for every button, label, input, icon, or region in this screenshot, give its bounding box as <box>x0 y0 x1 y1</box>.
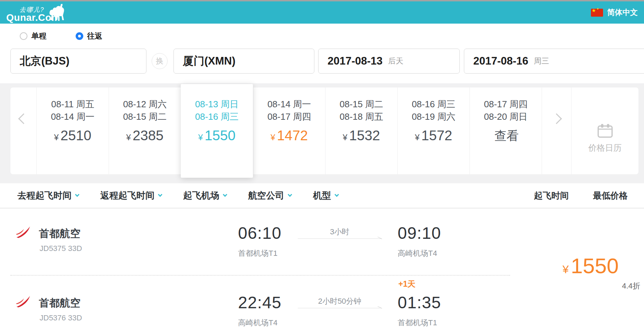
date-card[interactable]: 08-17 周四 08-20 周日 查看 <box>469 87 542 174</box>
card-depart-date: 08-17 周四 <box>470 98 542 110</box>
date-card[interactable]: 08-15 周二 08-18 周五 ¥1532 <box>325 87 397 174</box>
card-price-action[interactable]: 查看 <box>470 128 542 144</box>
arrow-line-icon <box>298 308 382 308</box>
chevron-down-icon <box>223 192 227 197</box>
card-price: ¥1532 <box>325 128 397 143</box>
depart-date-hint: 后天 <box>388 56 404 66</box>
card-return-date: 08-16 周三 <box>181 110 253 123</box>
trip-type-round-trip[interactable]: 往返 <box>76 31 102 41</box>
date-card[interactable]: 08-11 周五 08-14 周一 ¥2510 <box>36 87 109 174</box>
price-calendar-button[interactable]: 价格日历 <box>571 87 638 174</box>
segment-divider <box>10 275 510 276</box>
departure-time: 06:10 <box>238 224 281 243</box>
chevron-left-icon <box>18 113 29 124</box>
departure-info: 22:45 高崎机场T4 <box>238 293 281 327</box>
return-segment: 首都航空 JD5376 33D 22:45 高崎机场T4 2小时50分钟 +1天… <box>0 293 520 327</box>
filter-return-time[interactable]: 返程起飞时间 <box>100 190 162 202</box>
trip-type-label: 单程 <box>31 31 46 41</box>
return-date-value: 2017-08-16 <box>473 55 528 67</box>
card-depart-date: 08-13 周日 <box>181 98 253 110</box>
card-depart-date: 08-11 周五 <box>37 98 109 110</box>
radio-icon[interactable] <box>20 32 27 40</box>
capital-airlines-logo-icon <box>15 294 31 309</box>
arrival-airport: 高崎机场T4 <box>398 248 441 259</box>
sort-options: 起飞时间 最低价格 <box>534 190 628 201</box>
radio-icon[interactable] <box>76 32 83 40</box>
to-city-value: 厦门(XMN) <box>183 54 236 68</box>
card-price: ¥2385 <box>109 128 181 143</box>
date-card[interactable]: 08-12 周六 08-15 周二 ¥2385 <box>109 87 181 174</box>
currency-symbol: ¥ <box>562 263 569 276</box>
filter-bar: 去程起飞时间 返程起飞时间 起飞机场 航空公司 机型 起飞时间 最低价格 <box>0 183 644 208</box>
day-offset-badge: +1天 <box>398 279 415 288</box>
header: 去哪儿? Qunar.Com ★ ★ 简体中文 <box>0 1 644 24</box>
card-price: ¥2510 <box>37 128 109 143</box>
star-icon: ★ <box>592 8 596 13</box>
date-card-selected[interactable]: 08-13 周日 08-16 周三 ¥1550 <box>181 84 253 178</box>
calendar-icon <box>597 124 613 138</box>
filter-depart-airport[interactable]: 起飞机场 <box>183 190 227 202</box>
from-city-value: 北京(BJS) <box>20 54 69 68</box>
capital-airlines-logo-icon <box>15 225 31 240</box>
sort-depart-time[interactable]: 起飞时间 <box>534 190 569 201</box>
date-card[interactable]: 08-16 周三 08-19 周六 ¥1572 <box>397 87 469 174</box>
sort-lowest-price[interactable]: 最低价格 <box>593 190 628 201</box>
price-calendar-label: 价格日历 <box>588 142 622 153</box>
chevron-down-icon <box>334 192 339 197</box>
page: 去哪儿? Qunar.Com ★ ★ 简体中文 单程 往返 北京(BJS) 换 <box>0 0 644 327</box>
card-return-date: 08-20 周日 <box>470 110 542 123</box>
star-icon: ★ <box>596 7 599 10</box>
chevron-down-icon <box>288 192 292 197</box>
card-return-date: 08-17 周四 <box>253 110 325 123</box>
to-city-input[interactable]: 厦门(XMN) <box>173 49 314 74</box>
arrival-info: +1天 01:35 首都机场T1 <box>398 293 441 327</box>
card-return-date: 08-15 周二 <box>109 110 181 123</box>
filter-depart-time[interactable]: 去程起飞时间 <box>17 190 79 202</box>
airline-name: 首都航空 <box>39 296 80 310</box>
carousel-prev-button[interactable] <box>10 87 36 174</box>
filter-aircraft-type[interactable]: 机型 <box>313 190 338 202</box>
return-date-input[interactable]: 2017-08-16 周三 <box>464 49 644 74</box>
qunar-logo[interactable]: 去哪儿? Qunar.Com <box>6 3 72 24</box>
arrival-time: 09:10 <box>398 224 441 243</box>
card-return-date: 08-14 周一 <box>37 110 109 123</box>
discount-label: 4.4折 <box>543 281 640 291</box>
price-block[interactable]: ¥1550 4.4折 <box>543 255 640 291</box>
card-depart-date: 08-12 周六 <box>109 98 181 110</box>
duration-arrow: 3小时 <box>298 227 382 239</box>
from-city-input[interactable]: 北京(BJS) <box>10 49 146 74</box>
arrival-time: 01:35 <box>398 293 441 312</box>
card-return-date: 08-19 周六 <box>398 110 469 123</box>
arrival-info: 09:10 高崎机场T4 <box>398 224 441 259</box>
depart-date-input[interactable]: 2017-08-13 后天 <box>318 49 460 74</box>
china-flag-icon: ★ ★ <box>591 9 603 17</box>
card-depart-date: 08-14 周一 <box>253 98 325 110</box>
trip-type-label: 往返 <box>87 31 102 41</box>
trip-type-one-way[interactable]: 单程 <box>20 31 46 41</box>
duration-arrow: 2小时50分钟 <box>298 297 382 308</box>
flight-result-card[interactable]: 首都航空 JD5375 33D 06:10 首都机场T1 3小时 09:10 高… <box>0 208 644 327</box>
departure-airport: 高崎机场T4 <box>238 318 281 327</box>
filter-airline[interactable]: 航空公司 <box>248 190 291 202</box>
duration-label: 3小时 <box>298 227 382 236</box>
trip-type-row: 单程 往返 <box>0 24 644 49</box>
carousel-next-button[interactable] <box>542 87 571 174</box>
chevron-right-icon <box>551 113 562 124</box>
flight-number: JD5376 33D <box>40 313 82 322</box>
date-price-carousel: 08-11 周五 08-14 周一 ¥2510 08-12 周六 08-15 周… <box>0 83 644 183</box>
chevron-down-icon <box>158 192 162 197</box>
date-card[interactable]: 08-14 周一 08-17 周四 ¥1472 <box>253 87 325 174</box>
camel-icon <box>47 3 67 21</box>
departure-info: 06:10 首都机场T1 <box>238 224 281 259</box>
card-price: ¥1472 <box>253 128 325 143</box>
total-price: ¥1550 <box>543 255 640 277</box>
swap-cities-button[interactable]: 换 <box>152 53 168 69</box>
card-depart-date: 08-15 周二 <box>325 98 397 110</box>
card-depart-date: 08-16 周三 <box>398 98 469 110</box>
card-return-date: 08-18 周五 <box>325 110 397 123</box>
departure-time: 22:45 <box>238 293 281 312</box>
return-date-hint: 周三 <box>534 56 549 66</box>
departure-airport: 首都机场T1 <box>238 248 281 259</box>
language-switcher[interactable]: ★ ★ 简体中文 <box>591 1 638 24</box>
arrival-airport: 首都机场T1 <box>398 318 441 327</box>
